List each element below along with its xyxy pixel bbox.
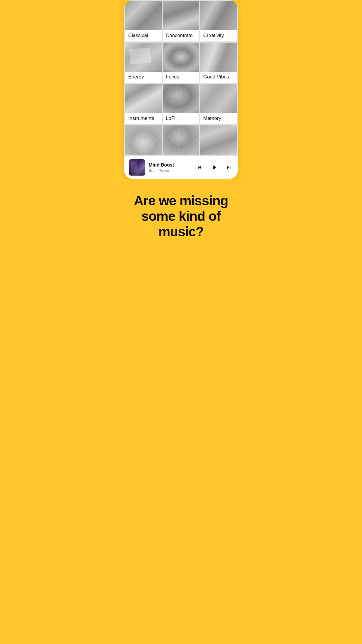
grid-item-row4b[interactable] xyxy=(163,125,199,155)
grid-image-creativity xyxy=(200,1,237,30)
grid-item-creativity[interactable]: Creativity xyxy=(200,1,237,41)
music-grid: ClassicalConcentrateCreativityEnergyFocu… xyxy=(124,0,238,156)
grid-image-row4a xyxy=(125,125,162,155)
grid-image-good-vibes xyxy=(200,43,237,72)
player-thumbnail xyxy=(129,159,145,176)
grid-image-memory xyxy=(200,84,237,113)
grid-image-row4c xyxy=(200,125,237,155)
player-controls xyxy=(195,162,233,172)
play-button[interactable] xyxy=(209,162,219,172)
prev-icon xyxy=(196,164,203,171)
grid-image-lofi xyxy=(163,84,199,113)
grid-image-concentrate xyxy=(163,1,199,30)
bottom-text: Are we missing some kind of music? xyxy=(129,193,233,239)
phone-card: ClassicalConcentrateCreativityEnergyFocu… xyxy=(124,0,238,179)
grid-item-classical[interactable]: Classical xyxy=(125,1,162,41)
prev-button[interactable] xyxy=(195,163,204,172)
grid-label-good-vibes: Good Vibes xyxy=(200,72,237,83)
grid-image-instruments xyxy=(125,84,162,113)
next-button[interactable] xyxy=(224,163,233,172)
grid-label-energy: Energy xyxy=(125,72,162,83)
player-subtitle: Brain Power xyxy=(149,168,192,173)
player-bar: Mind Boost Brain Power xyxy=(124,156,238,179)
grid-label-lofi: LoFi xyxy=(163,113,199,124)
grid-image-row4b xyxy=(163,125,199,155)
grid-label-creativity: Creativity xyxy=(200,30,237,41)
grid-item-energy[interactable]: Energy xyxy=(125,43,162,83)
grid-image-classical xyxy=(125,1,162,30)
grid-label-classical: Classical xyxy=(125,30,162,41)
grid-item-concentrate[interactable]: Concentrate xyxy=(163,1,199,41)
grid-label-memory: Memory xyxy=(200,113,237,124)
grid-label-focus: Focus xyxy=(163,72,199,83)
bottom-section: Are we missing some kind of music? xyxy=(121,179,241,257)
player-title: Mind Boost xyxy=(149,162,192,168)
next-icon xyxy=(226,164,232,171)
grid-label-instruments: Instruments xyxy=(125,113,162,124)
grid-item-instruments[interactable]: Instruments xyxy=(125,84,162,124)
grid-image-energy xyxy=(125,43,162,72)
app-container: ClassicalConcentrateCreativityEnergyFocu… xyxy=(121,0,241,257)
grid-item-row4a[interactable] xyxy=(125,125,162,155)
grid-item-good-vibes[interactable]: Good Vibes xyxy=(200,43,237,83)
grid-item-focus[interactable]: Focus xyxy=(163,43,199,83)
grid-item-memory[interactable]: Memory xyxy=(200,84,237,124)
player-info: Mind Boost Brain Power xyxy=(149,162,192,173)
play-icon xyxy=(210,164,218,171)
grid-label-concentrate: Concentrate xyxy=(163,30,199,41)
grid-image-focus xyxy=(163,43,199,72)
grid-item-row4c[interactable] xyxy=(200,125,237,155)
grid-item-lofi[interactable]: LoFi xyxy=(163,84,199,124)
